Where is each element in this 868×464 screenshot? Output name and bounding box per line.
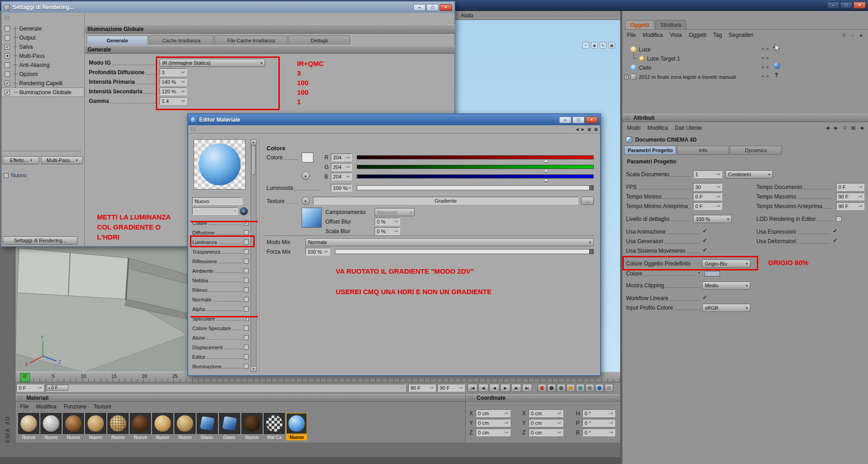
prev-key-button[interactable]: ◀|: [478, 384, 488, 392]
slider-marker-icon[interactable]: [544, 169, 548, 172]
channel-editor[interactable]: Editor: [192, 352, 249, 361]
material-label[interactable]: Nuovo: [63, 434, 84, 440]
material-preview[interactable]: [194, 139, 246, 189]
visibility-dot[interactable]: [766, 57, 769, 59]
channel-checkbox[interactable]: [244, 306, 249, 311]
render-settings-titlebar[interactable]: Settaggi di Rendering... – □ ×: [2, 2, 454, 13]
sidebar-divider[interactable]: [3, 151, 81, 151]
pos-y-field[interactable]: 0 cm▴▾: [476, 419, 510, 427]
colore-oggetto-dropdown[interactable]: Grigio-Blu▾: [702, 260, 750, 268]
size-z-field[interactable]: 0 cm▴▾: [529, 428, 563, 436]
material-label[interactable]: Nuovo: [108, 434, 128, 440]
material-label[interactable]: Nuovo: [41, 434, 62, 440]
texture-browse-button[interactable]: ...: [581, 197, 594, 205]
channel-diffusione[interactable]: Diffusione: [192, 228, 249, 237]
slider-handle[interactable]: [589, 250, 593, 254]
material-thumbnail[interactable]: [241, 413, 262, 434]
autokey-button[interactable]: [547, 384, 556, 392]
effetto-button[interactable]: Effetto...▾: [3, 156, 39, 164]
me-minimize-button[interactable]: –: [559, 117, 571, 123]
render-settings-button[interactable]: Settaggi di Rendering...: [3, 236, 77, 245]
checkbox[interactable]: ✓: [5, 81, 10, 86]
om-menu-vista[interactable]: Vista: [670, 32, 682, 38]
timeline-range-slider[interactable]: ◂ 0 F: [46, 384, 406, 392]
material-label[interactable]: Nuovo: [18, 434, 39, 440]
slider-marker-icon[interactable]: [544, 159, 548, 162]
channel-checkbox[interactable]: [244, 240, 249, 245]
pos-x-field[interactable]: 0 cm▴▾: [476, 409, 510, 417]
r-value-field[interactable]: 204▴▾: [331, 153, 352, 161]
offset-blur-field[interactable]: 0 %▴▾: [375, 218, 400, 225]
material-name-field[interactable]: Nuovo: [192, 197, 242, 205]
slider-handle[interactable]: [589, 186, 593, 190]
scala-unit-dropdown[interactable]: Centimetri▾: [725, 170, 773, 178]
me-maximize-button[interactable]: □: [572, 117, 585, 123]
scale-key-button[interactable]: [576, 384, 585, 392]
usa-deformatori-check[interactable]: ✓: [833, 237, 837, 244]
rs-minimize-button[interactable]: –: [413, 4, 426, 11]
channel-checkbox[interactable]: [244, 259, 249, 264]
channel-illuminazione[interactable]: Illuminazione: [192, 362, 249, 371]
livello-dettaglio-dropdown[interactable]: 100 %▾: [693, 215, 732, 223]
om-menu-oggetti[interactable]: Oggetti: [689, 32, 707, 38]
current-frame-field[interactable]: 0 F▴▾: [16, 384, 44, 392]
keyframe-selection-button[interactable]: [557, 384, 565, 392]
tree-item-luce[interactable]: Luce: [631, 45, 767, 54]
sidebar-item-rendering-capelli[interactable]: ✓Rendering Capelli: [2, 79, 84, 87]
tab-parametri-progetto[interactable]: Parametri Progetto: [624, 146, 676, 155]
material-label[interactable]: Glass-: [197, 434, 218, 440]
om-menu-file[interactable]: File: [627, 32, 636, 38]
me-close-button[interactable]: ×: [586, 117, 598, 123]
om-menu-modifica[interactable]: Modifica: [642, 32, 663, 38]
material-thumbnail[interactable]: [18, 413, 39, 434]
grid-icon[interactable]: ▦: [850, 124, 857, 131]
play-button[interactable]: ▶: [500, 384, 510, 392]
checkbox[interactable]: ✓: [5, 90, 10, 95]
search-icon[interactable]: ⊙: [841, 31, 847, 38]
tab-generale[interactable]: Generale: [87, 36, 148, 45]
scala-documento-field[interactable]: 1▴▾: [693, 170, 722, 178]
material-thumbnail[interactable]: [85, 413, 106, 434]
channel-alpha[interactable]: Alpha: [192, 305, 249, 313]
tree-item-luce-target[interactable]: Luce.Target.1: [639, 54, 776, 63]
channel-riflessione[interactable]: Riflessione: [192, 257, 249, 265]
checkbox[interactable]: [5, 26, 10, 31]
main-minimize-button[interactable]: –: [827, 2, 839, 9]
sidebar-item-illuminazione-globale[interactable]: ✓Illuminazione Globale: [2, 88, 84, 97]
checkbox[interactable]: [5, 35, 10, 41]
tab-cache-irradianza[interactable]: Cache Irradianza: [149, 36, 214, 45]
channel-checkbox[interactable]: [244, 326, 249, 331]
rot-p-field[interactable]: 0 °▴▾: [582, 419, 615, 427]
mix-strength-field[interactable]: 100 %▴▾: [305, 248, 330, 255]
channel-checkbox[interactable]: [244, 287, 249, 292]
sidebar-item-output[interactable]: Output: [2, 33, 84, 42]
range-end-field[interactable]: 90 F▴▾: [408, 384, 436, 392]
materials-menu-texture[interactable]: Texture: [93, 403, 111, 410]
channel-colore[interactable]: Colore✓: [192, 219, 249, 227]
usa-sistema-check[interactable]: ✓: [703, 247, 707, 253]
usa-animazione-check[interactable]: ✓: [703, 228, 707, 234]
main-maximize-button[interactable]: □: [840, 2, 853, 9]
usa-espressioni-check[interactable]: ✓: [833, 228, 837, 234]
pla-key-button[interactable]: [605, 384, 613, 392]
viewport-pan-icon[interactable]: +: [582, 42, 589, 49]
modo-ig-dropdown[interactable]: IR (Immagine Statica)▾: [159, 59, 265, 67]
scroll-down-icon[interactable]: ▼: [251, 366, 256, 372]
up-icon[interactable]: ▲: [858, 31, 864, 38]
intensita-primaria-field[interactable]: 140 %▴▾: [159, 78, 187, 86]
usa-generatori-check[interactable]: ✓: [703, 237, 707, 244]
tab-dynamics[interactable]: Dynamics: [730, 146, 782, 155]
rot-h-field[interactable]: 0 °▴▾: [582, 409, 615, 417]
menu-aiuto[interactable]: Aiuto: [461, 12, 473, 19]
tempo-documento-field[interactable]: 0 F▴▾: [836, 183, 864, 191]
checkbox[interactable]: ■: [5, 53, 10, 59]
panel-grip-icon[interactable]: [468, 396, 474, 400]
mix-strength-slider[interactable]: [335, 249, 594, 254]
r-slider[interactable]: [357, 155, 594, 159]
input-profilo-dropdown[interactable]: sRGB▾: [702, 304, 750, 312]
fps-field[interactable]: 30▴▾: [693, 183, 722, 191]
texture-expand-button[interactable]: ▸: [302, 197, 310, 205]
tempo-massimo-field[interactable]: 90 F▴▾: [836, 193, 864, 200]
render-pass-item-nuovo[interactable]: Nuovo: [4, 171, 27, 179]
sidebar-item-salva[interactable]: ✓Salva: [2, 42, 84, 51]
